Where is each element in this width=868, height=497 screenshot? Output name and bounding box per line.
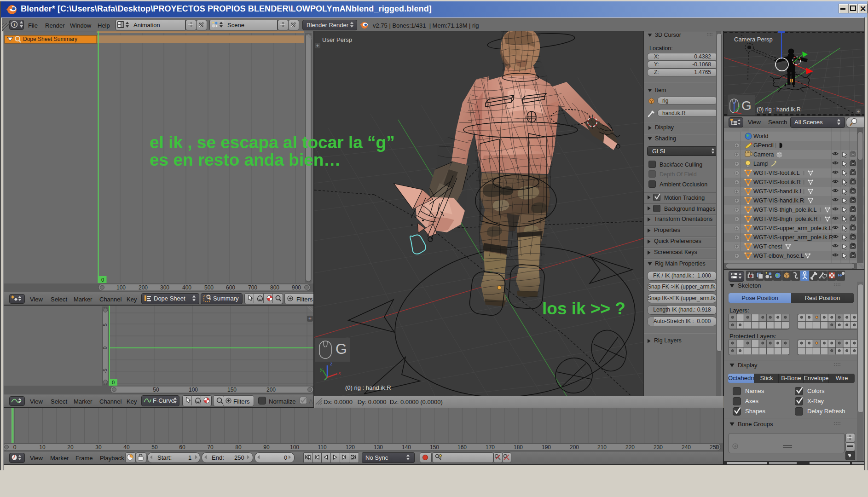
svg-text:800: 800 xyxy=(270,284,279,291)
svg-text:400: 400 xyxy=(182,284,191,291)
svg-text:WGT-VIS-hand.ik.L: WGT-VIS-hand.ik.L xyxy=(753,188,803,195)
svg-text:100: 100 xyxy=(290,444,299,451)
svg-text:140: 140 xyxy=(402,444,411,451)
svg-text:i: i xyxy=(13,22,15,27)
svg-text:230: 230 xyxy=(654,444,663,451)
svg-text:170: 170 xyxy=(486,444,495,451)
svg-text:700: 700 xyxy=(248,284,257,291)
svg-text:z: z xyxy=(735,98,737,103)
svg-text:0: 0 xyxy=(102,347,108,349)
svg-text:WGT-VIS-thigh_pole.ik.L: WGT-VIS-thigh_pole.ik.L xyxy=(753,207,817,213)
svg-text:70: 70 xyxy=(207,444,214,451)
svg-text:60: 60 xyxy=(179,444,185,451)
svg-text:500: 500 xyxy=(204,284,214,291)
svg-text:Dope Sheet Summary: Dope Sheet Summary xyxy=(23,36,77,42)
svg-text:110: 110 xyxy=(318,444,326,451)
svg-text:Camera: Camera xyxy=(753,151,774,158)
svg-text:50: 50 xyxy=(153,387,159,393)
svg-text:210: 210 xyxy=(597,444,607,451)
svg-text:50: 50 xyxy=(151,444,158,451)
svg-text:WGT-VIS-foot.ik.R: WGT-VIS-foot.ik.R xyxy=(753,179,801,185)
svg-text:WGT-VIS-thigh_pole.ik.R: WGT-VIS-thigh_pole.ik.R xyxy=(753,216,818,222)
svg-text:z: z xyxy=(330,361,333,366)
svg-text:130: 130 xyxy=(374,444,383,451)
svg-text:100: 100 xyxy=(116,284,126,291)
svg-text:200: 200 xyxy=(266,387,276,393)
svg-text:190: 190 xyxy=(542,444,551,451)
svg-text:40: 40 xyxy=(123,444,130,451)
svg-text:5: 5 xyxy=(102,324,108,326)
svg-text:0: 0 xyxy=(112,380,115,385)
svg-text:WGT-VIS-foot.ik.L: WGT-VIS-foot.ik.L xyxy=(753,170,800,176)
svg-text:-5: -5 xyxy=(102,369,108,373)
svg-text:220: 220 xyxy=(625,444,635,451)
svg-text:y: y xyxy=(320,366,323,372)
svg-text:250: 250 xyxy=(710,444,719,451)
svg-text:30: 30 xyxy=(95,444,102,451)
svg-text:150: 150 xyxy=(430,444,439,451)
svg-text:200: 200 xyxy=(570,444,579,451)
svg-text:0: 0 xyxy=(101,277,104,283)
svg-text:WGT-VIS-hand.ik.R: WGT-VIS-hand.ik.R xyxy=(753,197,804,204)
svg-text:120: 120 xyxy=(346,444,355,451)
svg-text:600: 600 xyxy=(226,284,235,291)
svg-text:x: x xyxy=(338,370,341,376)
svg-text:20: 20 xyxy=(67,444,74,451)
svg-text:300: 300 xyxy=(160,284,169,291)
svg-text:200: 200 xyxy=(139,284,148,291)
svg-text:80: 80 xyxy=(235,444,242,451)
svg-text:WGT-VIS-upper_arm_pole.ik.L: WGT-VIS-upper_arm_pole.ik.L xyxy=(753,225,832,231)
svg-text:180: 180 xyxy=(514,444,523,451)
svg-text:150: 150 xyxy=(227,387,237,393)
svg-text:160: 160 xyxy=(457,444,467,451)
svg-text:GPencil: GPencil xyxy=(753,142,774,149)
svg-text:0: 0 xyxy=(13,444,17,451)
svg-text:World: World xyxy=(753,133,768,139)
svg-text:WGT-chest: WGT-chest xyxy=(753,243,782,250)
svg-text:100: 100 xyxy=(189,387,198,393)
svg-text:WGT-elbow_hose.L: WGT-elbow_hose.L xyxy=(753,253,804,259)
svg-text:90: 90 xyxy=(263,444,270,451)
svg-text:900: 900 xyxy=(292,284,301,291)
svg-text:WGT-VIS-upper_arm_pole.ik.R: WGT-VIS-upper_arm_pole.ik.R xyxy=(753,234,833,241)
svg-text:240: 240 xyxy=(682,444,691,451)
svg-text:Lamp: Lamp xyxy=(753,161,768,167)
svg-text:10: 10 xyxy=(39,444,46,451)
